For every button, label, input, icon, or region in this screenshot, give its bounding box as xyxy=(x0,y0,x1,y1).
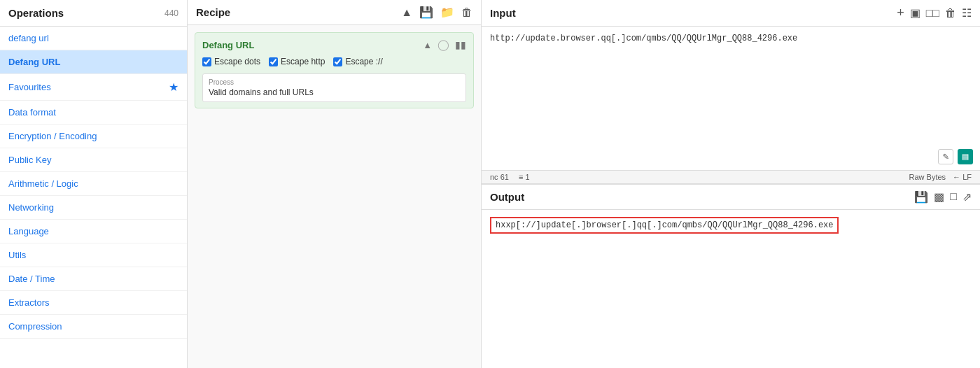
checkbox-item-1: Escape http xyxy=(269,57,325,66)
recipe-op-up-icon[interactable]: ▲ xyxy=(423,40,432,50)
sidebar-item-language[interactable]: Language xyxy=(0,220,187,243)
sidebar-item-compression[interactable]: Compression xyxy=(0,315,187,339)
recipe-op-controls: ▲ ◯ ▮▮ xyxy=(423,38,466,51)
recipe-op-title: Defang URL xyxy=(202,40,254,50)
sidebar-item-public-key[interactable]: Public Key xyxy=(0,148,187,172)
sidebar-item-arithmetic-logic[interactable]: Arithmetic / Logic xyxy=(0,172,187,196)
line-count-label: ≡ 1 xyxy=(519,173,530,181)
input-area-icons: ✎ ▤ xyxy=(938,149,973,164)
output-text: hxxp[://]update[.]browser[.]qq[.]com/qmb… xyxy=(490,217,839,234)
checkbox-label-1: Escape http xyxy=(281,57,325,66)
pencil-icon[interactable]: ✎ xyxy=(938,149,953,164)
sidebar-item-label: Networking xyxy=(8,202,54,213)
checkbox-input-0[interactable] xyxy=(202,57,211,66)
sidebar-item-encryption-encoding[interactable]: Encryption / Encoding xyxy=(0,125,187,148)
output-save-icon[interactable]: 💾 xyxy=(914,190,928,204)
checkbox-label-0: Escape dots xyxy=(214,57,260,66)
sidebar-item-label: Public Key xyxy=(8,155,51,165)
sidebar-item-networking[interactable]: Networking xyxy=(0,196,187,220)
sidebar-item-label: Arithmetic / Logic xyxy=(8,178,78,189)
recipe-save-icon[interactable]: 💾 xyxy=(419,6,433,19)
sidebar-item-label: Defang URL xyxy=(8,57,60,67)
input-text: http://update.browser.qq[.]com/qmbs/QQ/Q… xyxy=(490,34,972,43)
input-title: Input xyxy=(490,7,516,19)
recipe-op-pause-icon[interactable]: ▮▮ xyxy=(455,39,466,50)
input-area[interactable]: http://update.browser.qq[.]com/qmbs/QQ/Q… xyxy=(482,27,980,171)
raw-bytes-button[interactable]: Raw Bytes xyxy=(909,173,946,181)
recipe-header: Recipe ▲ 💾 📁 🗑 xyxy=(188,0,481,25)
sidebar-item-utils[interactable]: Utils xyxy=(0,243,187,267)
checkbox-item-2: Escape :// xyxy=(333,57,382,66)
sidebar-title: Operations xyxy=(8,7,64,19)
recipe-content: Defang URL ▲ ◯ ▮▮ Escape dotsEscape http… xyxy=(188,25,481,368)
input-section: Input + ▣ □□ 🗑 ☷ http://update.browser.q… xyxy=(482,0,980,185)
sidebar-count: 440 xyxy=(164,8,178,18)
input-plus-icon[interactable]: + xyxy=(897,6,904,20)
recipe-op-ban-icon[interactable]: ◯ xyxy=(438,38,449,51)
sidebar-item-label: defang url xyxy=(8,33,49,43)
process-value: Valid domains and full URLs xyxy=(209,87,460,97)
input-statusbar: nc 61 ≡ 1 Raw Bytes ← LF xyxy=(482,171,980,184)
statusbar-left: nc 61 ≡ 1 xyxy=(490,173,530,181)
sidebar-item-label: Extractors xyxy=(8,297,50,308)
checkbox-label-2: Escape :// xyxy=(345,57,382,66)
process-label: Process xyxy=(209,78,460,86)
output-header: Output 💾 ▩ □ ⇗ xyxy=(482,185,980,210)
output-header-icons: 💾 ▩ □ ⇗ xyxy=(914,190,972,204)
recipe-folder-icon[interactable]: 📁 xyxy=(440,6,454,19)
io-panel: Input + ▣ □□ 🗑 ☷ http://update.browser.q… xyxy=(482,0,980,368)
input-window-icon[interactable]: ▣ xyxy=(910,6,920,20)
sidebar-item-label: Data format xyxy=(8,107,56,118)
sidebar-item-defang-url[interactable]: Defang URL xyxy=(0,50,187,74)
input-grid-icon[interactable]: ☷ xyxy=(962,6,972,20)
output-title: Output xyxy=(490,191,524,203)
output-window-icon[interactable]: □ xyxy=(950,190,957,203)
sidebar-item-data-format[interactable]: Data format xyxy=(0,101,187,125)
sidebar-item-date-time[interactable]: Date / Time xyxy=(0,267,187,291)
checkbox-item-0: Escape dots xyxy=(202,57,260,66)
sidebar-item-label: Compression xyxy=(8,321,62,332)
sidebar-header: Operations 440 xyxy=(0,0,187,27)
recipe-operation: Defang URL ▲ ◯ ▮▮ Escape dotsEscape http… xyxy=(195,32,474,108)
sidebar-item-label: Date / Time xyxy=(8,274,55,284)
checkbox-input-1[interactable] xyxy=(269,57,278,66)
output-expand-icon[interactable]: ⇗ xyxy=(962,190,972,204)
statusbar-right: Raw Bytes ← LF xyxy=(909,173,972,181)
input-split-icon[interactable]: □□ xyxy=(926,7,939,20)
char-count-label: nc 61 xyxy=(490,173,509,181)
sidebar-list: defang urlDefang URLFavourites★Data form… xyxy=(0,27,187,368)
star-icon: ★ xyxy=(169,80,178,94)
recipe-header-icons: ▲ 💾 📁 🗑 xyxy=(401,6,472,19)
sidebar-item-defang-url-search[interactable]: defang url xyxy=(0,27,187,50)
output-copy-icon[interactable]: ▩ xyxy=(934,190,944,204)
recipe-title: Recipe xyxy=(196,6,230,18)
checkbox-input-2[interactable] xyxy=(333,57,342,66)
sidebar-item-extractors[interactable]: Extractors xyxy=(0,291,187,315)
sidebar-item-label: Favourites xyxy=(8,82,51,92)
sidebar-item-label: Encryption / Encoding xyxy=(8,131,97,141)
recipe-trash-icon[interactable]: 🗑 xyxy=(461,6,472,19)
input-header-icons: + ▣ □□ 🗑 ☷ xyxy=(897,6,972,20)
input-header: Input + ▣ □□ 🗑 ☷ xyxy=(482,0,980,27)
sidebar-item-favourites[interactable]: Favourites★ xyxy=(0,74,187,101)
recipe-panel: Recipe ▲ 💾 📁 🗑 Defang URL ▲ ◯ ▮▮ Escape … xyxy=(188,0,482,368)
output-section: Output 💾 ▩ □ ⇗ hxxp[://]update[.]browser… xyxy=(482,185,980,369)
output-area: hxxp[://]update[.]browser[.]qq[.]com/qmb… xyxy=(482,210,980,369)
sidebar-item-label: Utils xyxy=(8,250,26,260)
process-box: Process Valid domains and full URLs xyxy=(202,73,466,102)
sidebar: Operations 440 defang urlDefang URLFavou… xyxy=(0,0,188,368)
lf-button[interactable]: ← LF xyxy=(953,173,972,181)
recipe-op-header: Defang URL ▲ ◯ ▮▮ xyxy=(202,38,466,51)
recipe-collapse-icon[interactable]: ▲ xyxy=(401,6,412,19)
recipe-op-checkboxes: Escape dotsEscape httpEscape :// xyxy=(202,57,466,66)
input-trash-icon[interactable]: 🗑 xyxy=(945,7,956,20)
sidebar-item-label: Language xyxy=(8,226,49,236)
terminal-icon[interactable]: ▤ xyxy=(958,149,973,164)
